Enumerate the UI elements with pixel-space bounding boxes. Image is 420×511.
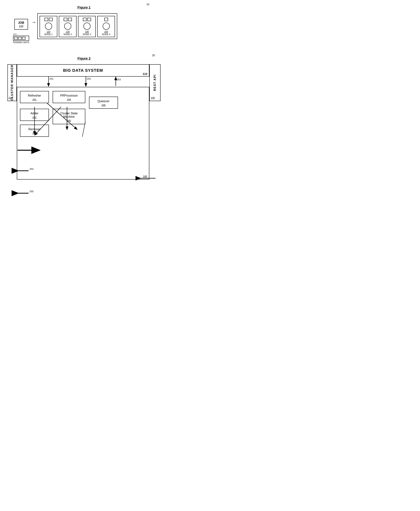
job-block: JOB 110 xyxy=(14,19,28,30)
job-arrow: → xyxy=(31,19,36,25)
adder-box: Adder 242 xyxy=(20,109,49,121)
pending-ref: 111← xyxy=(13,33,29,35)
job-number: 110 xyxy=(18,24,24,27)
components-grid: Refresher 241 PRProcessor 244 Quiescer 2… xyxy=(20,91,146,137)
big-data-box: BIG DATA SYSTEM 210 xyxy=(17,64,149,77)
pending-block: 111← PENDING UNITS xyxy=(13,33,29,44)
remover-number: 243 xyxy=(22,132,46,134)
job-label: JOB xyxy=(18,21,24,24)
fig2-wrapper: CLUSTER MANAGER 220 BIG DATA SYSTEM 210 xyxy=(8,64,161,101)
node3-sq2 xyxy=(87,18,91,21)
big-data-number: 210 xyxy=(143,72,148,75)
csm-box: Cluster State Machine 245 xyxy=(53,109,85,124)
spacer1 xyxy=(20,105,49,109)
prprocessor-number: 244 xyxy=(55,98,83,101)
fig2-title: Figure 2 xyxy=(8,57,161,61)
node2-sq1 xyxy=(64,18,68,21)
quiescer-name: Quiescer xyxy=(92,100,115,103)
svg-text:253: 253 xyxy=(117,78,121,81)
svg-text:252: 252 xyxy=(87,77,91,80)
fig2-main: CLUSTER MANAGER 220 BIG DATA SYSTEM 210 xyxy=(8,64,161,101)
figure2-container: Figure 2 20 CLUSTER MANAGER 220 BIG DATA… xyxy=(8,55,161,101)
pending-label: PENDING UNITS xyxy=(13,41,29,44)
cluster-manager-outer: CLUSTER MANAGER 220 xyxy=(8,64,17,101)
node4-top xyxy=(104,18,108,21)
adder-number: 242 xyxy=(22,116,46,119)
adder-name: Adder xyxy=(22,112,46,115)
node4-circle xyxy=(103,23,110,30)
rest-api-outer: REST API 230 xyxy=(149,64,161,101)
node1-circle xyxy=(45,23,52,30)
node4-sq1 xyxy=(104,18,108,21)
svg-text:255: 255 xyxy=(30,190,34,193)
fig1-content: JOB 110 111← PENDING UNITS → xyxy=(8,13,161,44)
quiescer-number: 246 xyxy=(92,104,115,107)
node1-box: 120 NODE 1 xyxy=(40,16,57,37)
csm-number: 245 xyxy=(55,119,83,122)
quiescer-box: Quiescer 246 xyxy=(89,97,118,109)
fig2-middle: BIG DATA SYSTEM 210 251 xyxy=(17,64,149,101)
node4-box: 150 NODE 4 xyxy=(97,16,115,37)
node2-name: NODE 2 xyxy=(63,33,72,36)
refresher-box: Refresher 241 xyxy=(20,91,49,103)
node3-box: 140 NODE 3 xyxy=(78,16,96,37)
pending-sq3 xyxy=(22,37,25,40)
remover-name: Remover xyxy=(22,128,46,131)
prprocessor-box: PRProcessor 244 xyxy=(53,91,85,103)
cluster-240-box: Refresher 241 PRProcessor 244 Quiescer 2… xyxy=(17,87,149,179)
rest-api-label: REST API xyxy=(153,74,157,91)
rest-api-number: 230 xyxy=(151,96,155,99)
cluster-manager-label: CLUSTER MANAGER xyxy=(10,65,14,101)
spacer3 xyxy=(20,121,49,125)
components-wrapper: Refresher 241 PRProcessor 244 Quiescer 2… xyxy=(20,91,146,137)
node1-sq2 xyxy=(49,18,53,21)
refresher-number: 241 xyxy=(22,98,46,101)
pending-sq1 xyxy=(14,37,18,40)
remover-box: Remover 243 xyxy=(20,125,49,137)
fig1-ref: 10 xyxy=(146,3,149,6)
spacer2 xyxy=(53,105,85,109)
svg-text:251: 251 xyxy=(49,77,53,80)
node1-top xyxy=(45,18,53,21)
node3-circle xyxy=(83,23,90,30)
node1-sq1 xyxy=(45,18,48,21)
figure1-container: Figure 1 10 JOB 110 111← PENDING UNITS → xyxy=(8,4,161,44)
node3-name: NODE 3 xyxy=(83,33,91,36)
refresher-name: Refresher xyxy=(22,94,46,97)
inter-arrows-svg: 251 252 253 xyxy=(17,77,149,87)
node2-sq2 xyxy=(68,18,72,21)
node3-top xyxy=(83,18,91,21)
fig1-title: Figure 1 xyxy=(8,6,161,9)
node2-box: 130 NODE 2 xyxy=(59,16,76,37)
node2-top xyxy=(64,18,72,21)
node4-label: 150 xyxy=(104,31,108,33)
node3-label: 140 xyxy=(85,31,89,33)
node1-name: NODE 1 xyxy=(44,33,53,36)
node4-name: NODE 4 xyxy=(102,33,110,36)
pending-sq2 xyxy=(18,37,22,40)
node2-circle xyxy=(64,23,71,30)
prprocessor-name: PRProcessor xyxy=(55,94,83,97)
node2-label: 130 xyxy=(66,31,70,33)
nodes-cluster: 120 NODE 1 130 NODE 2 140 xyxy=(37,13,117,39)
inter-arrows: 251 252 253 xyxy=(17,77,149,87)
big-data-label: BIG DATA SYSTEM xyxy=(63,68,103,73)
csm-name: Cluster State Machine xyxy=(55,112,83,118)
node3-sq1 xyxy=(83,18,87,21)
node1-label: 120 xyxy=(47,31,50,33)
cluster-240-number: 240 xyxy=(143,175,147,178)
pending-boxes xyxy=(13,36,29,41)
cluster-manager-number: 220 xyxy=(8,96,13,99)
fig2-ref: 20 xyxy=(152,54,155,57)
